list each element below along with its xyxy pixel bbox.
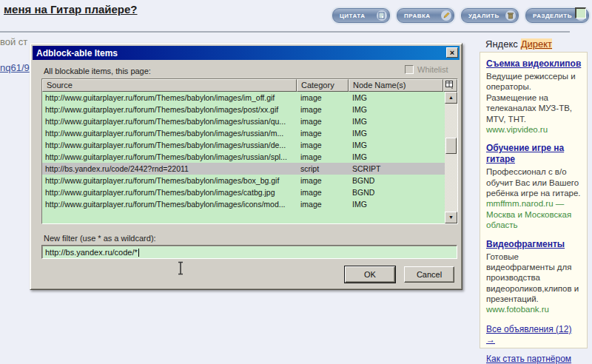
table-row[interactable]: http://www.guitarplayer.ru/forum/Themes/… [42, 151, 445, 163]
cell-category: script [297, 163, 349, 175]
ad-title-link[interactable]: Видеофрагменты [486, 239, 582, 250]
cell-source: http://www.guitarplayer.ru/forum/Themes/… [42, 104, 297, 115]
page-link-fragment[interactable]: nq61/9 [0, 62, 30, 73]
table-row[interactable]: http://www.guitarplayer.ru/forum/Themes/… [42, 115, 445, 127]
cell-node: BGND [349, 186, 445, 198]
cell-category: image [297, 198, 349, 210]
post-toolbar: ЦИТАТА ПРАВКА УДАЛИТЬ РАЗДЕЛИТЬ [332, 8, 589, 23]
table-row[interactable]: http://www.guitarplayer.ru/forum/Themes/… [42, 92, 445, 104]
ad-url-text: www.fotobank.ru [486, 305, 549, 314]
cell-category: image [297, 186, 349, 198]
ad-body-text: Ведущие режиссеры и операторы. Размещени… [486, 72, 576, 124]
topic-title[interactable]: меня на Гитар плайере? [4, 3, 138, 16]
delete-trash-icon [505, 10, 516, 21]
cell-category: image [297, 139, 349, 151]
ad-item: Съемка видеоклипов Ведущие режиссеры и о… [486, 58, 582, 135]
cell-source: http://www.guitarplayer.ru/forum/Themes/… [42, 115, 297, 127]
cell-source: http://www.guitarplayer.ru/forum/Themes/… [42, 127, 297, 139]
cell-node: IMG [349, 139, 445, 151]
table-row[interactable]: http://www.guitarplayer.ru/forum/Themes/… [42, 175, 445, 186]
table-row[interactable]: http://www.guitarplayer.ru/forum/Themes/… [42, 127, 445, 139]
scrollbar-thumb[interactable] [445, 138, 457, 154]
cell-source: http://www.guitarplayer.ru/forum/Themes/… [42, 139, 297, 151]
cell-source: http://www.guitarplayer.ru/forum/Themes/… [42, 92, 297, 104]
table-row[interactable]: http://www.guitarplayer.ru/forum/Themes/… [42, 104, 445, 115]
new-filter-input[interactable]: http://bs.yandex.ru/code/* [41, 245, 457, 259]
adblock-dialog: Adblock-able Items × All blockable items… [30, 43, 462, 290]
direct-link[interactable]: Директ [521, 38, 552, 50]
cell-source: http://bs.yandex.ru/code/2442?rnd=22011 [42, 163, 297, 175]
ad-body-text: Готовые видеофрагменты для производства … [486, 252, 579, 304]
page-text-fragment: вой ст [0, 36, 27, 47]
column-header-category[interactable]: Category [297, 79, 349, 92]
cancel-button[interactable]: Cancel [404, 266, 454, 283]
all-ads-link[interactable]: Все объявления (12) → [486, 324, 582, 345]
cell-node: IMG [349, 104, 445, 115]
edit-pencil-icon [441, 10, 451, 21]
whitelist-label: Whitelist [417, 65, 448, 74]
cell-category: image [297, 115, 349, 127]
dialog-titlebar[interactable]: Adblock-able Items × [33, 46, 460, 60]
yandex-label: Яндекс [485, 38, 518, 50]
table-scrollbar[interactable]: ▲ ▼ [445, 92, 457, 223]
ad-url-text: mmffmm.narod.ru — Москва и Московская об… [486, 199, 571, 229]
cell-category: image [297, 175, 349, 186]
new-filter-value: http://bs.yandex.ru/code/* [45, 248, 138, 257]
table-row[interactable]: http://www.guitarplayer.ru/forum/Themes/… [42, 198, 445, 210]
cell-category: image [297, 151, 349, 163]
cell-node: IMG [349, 151, 445, 163]
yandex-direct-header: ЯндексДирект [485, 38, 552, 50]
cell-category: image [297, 104, 349, 115]
ad-title-link[interactable]: Съемка видеоклипов [486, 58, 582, 70]
cell-source: http://www.guitarplayer.ru/forum/Themes/… [42, 175, 297, 186]
cell-source: http://www.guitarplayer.ru/forum/Themes/… [42, 151, 297, 163]
yandex-direct-adbox: Съемка видеоклипов Ведущие режиссеры и о… [480, 52, 588, 348]
cell-node: SCRIPT [349, 163, 445, 175]
ad-url-text: www.vipvideo.ru [486, 125, 548, 134]
edit-button[interactable]: ПРАВКА [397, 8, 454, 23]
cell-source: http://www.guitarplayer.ru/forum/Themes/… [42, 186, 297, 198]
cell-node: BGND [349, 175, 445, 186]
scroll-up-icon[interactable]: ▲ [445, 92, 457, 104]
cell-source: http://www.guitarplayer.ru/forum/Themes/… [42, 198, 297, 210]
close-icon[interactable]: × [446, 47, 458, 58]
dialog-title: Adblock-able Items [36, 48, 118, 58]
header-divider [0, 31, 570, 33]
table-header-row: Source Category Node Name(s) [42, 79, 457, 92]
cell-node: IMG [349, 92, 445, 104]
quote-button-label: ЦИТАТА [340, 13, 366, 19]
ad-item: Видеофрагменты Готовые видеофрагменты дл… [486, 239, 582, 315]
column-picker-icon[interactable] [443, 79, 457, 92]
checkbox-icon [405, 65, 414, 74]
blockable-items-table: Source Category Node Name(s) http://www.… [41, 78, 458, 224]
quote-icon [377, 10, 387, 21]
column-header-source[interactable]: Source [42, 79, 297, 92]
ad-body-text: Профессионал с в/о обучит Вас или Вашего… [486, 167, 581, 198]
text-caret [138, 249, 139, 257]
table-row[interactable]: http://www.guitarplayer.ru/forum/Themes/… [42, 139, 445, 151]
delete-button-label: УДАЛИТЬ [468, 13, 500, 19]
cell-node: IMG [349, 127, 445, 139]
delete-button[interactable]: УДАЛИТЬ [461, 8, 519, 23]
cell-node: IMG [349, 115, 445, 127]
cell-node: IMG [349, 198, 445, 210]
whitelist-checkbox[interactable]: Whitelist [405, 65, 448, 74]
table-row[interactable]: http://www.guitarplayer.ru/forum/Themes/… [42, 186, 445, 198]
split-button-label: РАЗДЕЛИТЬ [533, 13, 572, 19]
ad-item: Обучение игре на гитаре Профессионал с в… [486, 143, 582, 230]
table-row[interactable]: http://bs.yandex.ru/code/2442?rnd=22011 … [42, 163, 445, 175]
ad-title-link[interactable]: Обучение игре на гитаре [486, 143, 582, 165]
ok-button[interactable]: OK [345, 266, 395, 283]
post-select-checkbox[interactable] [575, 7, 586, 18]
edit-button-label: ПРАВКА [404, 13, 431, 19]
scroll-down-icon[interactable]: ▼ [445, 212, 457, 223]
quote-button[interactable]: ЦИТАТА [332, 8, 390, 23]
cell-category: image [297, 127, 349, 139]
items-label: All blockable items, this page: [44, 67, 151, 75]
table-body: http://www.guitarplayer.ru/forum/Themes/… [42, 92, 445, 223]
partner-link[interactable]: Как стать партнёром [486, 354, 582, 364]
new-filter-label: New filter (use * as a wildcard): [44, 234, 156, 243]
cell-category: image [297, 92, 349, 104]
column-header-node[interactable]: Node Name(s) [349, 79, 443, 92]
